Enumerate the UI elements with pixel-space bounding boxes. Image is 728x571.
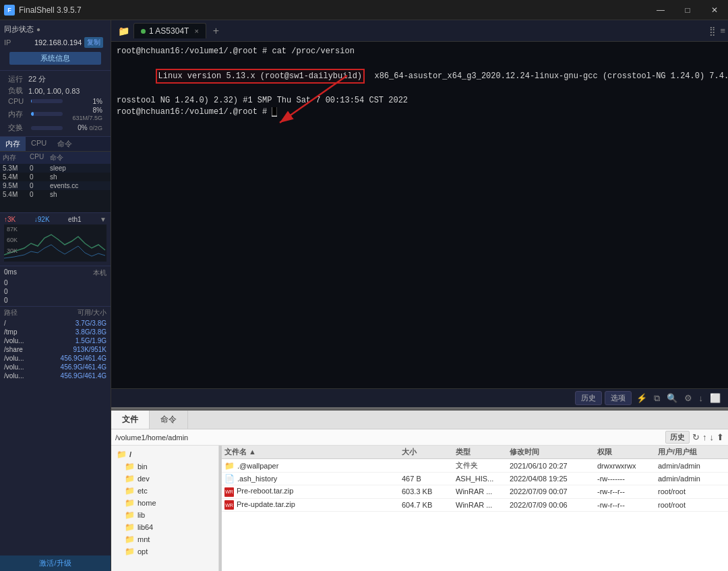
- path-history-button[interactable]: 历史: [665, 431, 690, 444]
- net-dropdown-icon[interactable]: ▼: [100, 216, 107, 223]
- metrics-section: 运行 22 分 负载 1.00, 1.00, 0.83 CPU 1% 内存: [0, 71, 111, 137]
- folder-icon: 📁: [125, 486, 135, 495]
- main-layout: 同步状态 ● IP 192.168.0.194 复制 系统信息 运行 22 分 …: [0, 20, 728, 571]
- grid-view-icon[interactable]: ⣿: [709, 26, 716, 36]
- folder-icon: 📁: [117, 450, 127, 459]
- sys-info-button[interactable]: 系统信息: [9, 52, 102, 65]
- folder-icon: 📁: [125, 547, 135, 556]
- bottom-tabs: 文件 命令: [111, 411, 728, 429]
- ip-row: IP 192.168.0.194 复制: [4, 36, 107, 49]
- tab-command[interactable]: 命令: [52, 137, 78, 151]
- file-name: WRPre-update.tar.zip: [224, 500, 402, 510]
- file-list: 📁.@wallpaper 文件夹 2021/06/10 20:27 drwxrw…: [222, 459, 728, 571]
- tab-session[interactable]: 1 AS5304T ×: [133, 23, 206, 38]
- file-row[interactable]: WRPre-update.tar.zip 604.7 KB WinRAR ...…: [222, 499, 728, 512]
- copy-icon[interactable]: ⧉: [652, 393, 662, 404]
- terminal-toolbar: 历史 选项 ⚡ ⧉ 🔍 ⚙ ↓ ⬜: [111, 388, 728, 407]
- file-owner: admin/admin: [658, 475, 725, 483]
- nav-up-icon[interactable]: ↑: [702, 432, 707, 442]
- run-row: 运行 22 分: [4, 73, 107, 85]
- file-type: ASH_HIS...: [456, 475, 510, 483]
- path-bar: /volume1/home/admin 历史 ↻ ↑ ↓ ⬆: [111, 429, 728, 446]
- mem-bar: [31, 112, 34, 116]
- process-row: 5.3M 0 sleep: [0, 164, 111, 173]
- file-type: 文件夹: [456, 460, 510, 471]
- refresh-icon[interactable]: ↻: [692, 432, 700, 442]
- tab-files[interactable]: 文件: [111, 411, 150, 429]
- disk-row: /volu...456.9G/461.4G: [4, 371, 107, 380]
- col-header-size[interactable]: 大小: [402, 447, 456, 457]
- tab-add-button[interactable]: +: [208, 25, 224, 37]
- file-row[interactable]: 📁.@wallpaper 文件夹 2021/06/10 20:27 drwxrw…: [222, 459, 728, 473]
- disk-row: /volu...456.9G/461.4G: [4, 354, 107, 363]
- close-button[interactable]: ✕: [701, 0, 728, 20]
- file-row[interactable]: 📄.ash_history 467 B ASH_HIS... 2022/04/0…: [222, 473, 728, 485]
- file-list-header: 文件名 ▲ 大小 类型 修改时间 权限 用户/用户组: [222, 446, 728, 459]
- sync-section: 同步状态 ● IP 192.168.0.194 复制 系统信息: [0, 20, 111, 71]
- content-area: 📁 1 AS5304T × + ⣿ ≡ root@hchuan16:/volum…: [111, 20, 728, 571]
- tab-status-dot: [141, 29, 146, 34]
- latency-val-row3: 0: [4, 296, 107, 305]
- maximize-button[interactable]: □: [674, 0, 701, 20]
- mem-value: 8% 631M/7.5G: [65, 107, 102, 121]
- tree-item-root[interactable]: 📁 /: [111, 448, 218, 460]
- tree-item-home[interactable]: 📁 home: [111, 497, 218, 509]
- col-header-owner[interactable]: 用户/用户组: [658, 447, 725, 457]
- file-browser: 📁 / 📁 bin 📁 dev 📁 etc: [111, 446, 728, 571]
- disk-row: /volu...456.9G/461.4G: [4, 363, 107, 371]
- folder-icon: 📁: [224, 461, 235, 471]
- tree-item-lib[interactable]: 📁 lib: [111, 509, 218, 521]
- copy-ip-button[interactable]: 复制: [84, 37, 103, 48]
- upgrade-button[interactable]: 激活/升级: [0, 555, 111, 571]
- fullscreen-icon[interactable]: ⬜: [708, 393, 723, 403]
- download-file-icon[interactable]: ↓: [710, 432, 715, 442]
- bottom-panel: 文件 命令 /volume1/home/admin 历史 ↻ ↑ ↓ ⬆: [111, 409, 728, 571]
- folder-icon-button[interactable]: 📁: [114, 26, 133, 36]
- terminal[interactable]: root@hchuan16:/volume1/.@root # cat /pro…: [111, 42, 728, 388]
- lightning-icon[interactable]: ⚡: [634, 393, 649, 403]
- file-row[interactable]: WRPre-reboot.tar.zip 603.3 KB WinRAR ...…: [222, 485, 728, 499]
- file-size: 603.3 KB: [402, 487, 456, 495]
- net-down: ↓92K: [34, 216, 50, 223]
- terminal-line-2: Linux version 5.13.x (root@sw1-dailybuil…: [117, 57, 723, 95]
- list-view-icon[interactable]: ≡: [720, 26, 725, 36]
- file-perm: -rw-------: [597, 475, 658, 483]
- tree-item-lib64[interactable]: 📁 lib64: [111, 521, 218, 533]
- minimize-button[interactable]: —: [647, 0, 674, 20]
- run-label: 运行: [8, 74, 28, 84]
- disk-section: 路径 可用/大小 /3.7G/3.8G /tmp3.8G/3.8G /volu.…: [0, 307, 111, 555]
- col-header-type[interactable]: 类型: [456, 447, 510, 457]
- history-button[interactable]: 历史: [575, 391, 602, 405]
- tree-item-bin[interactable]: 📁 bin: [111, 460, 218, 473]
- file-owner: root/root: [658, 487, 725, 495]
- tree-item-etc[interactable]: 📁 etc: [111, 485, 218, 497]
- terminal-line-4: root@hchuan16:/volume1/.@root # █: [117, 107, 723, 118]
- upload-file-icon[interactable]: ⬆: [717, 432, 724, 442]
- tab-memory[interactable]: 内存: [0, 137, 26, 151]
- process-header: 内存 CPU 命令: [0, 152, 111, 164]
- options-button[interactable]: 选项: [605, 391, 632, 405]
- tree-item-mnt[interactable]: 📁 mnt: [111, 533, 218, 545]
- app-icon: F: [4, 5, 15, 16]
- download-icon[interactable]: ↓: [697, 393, 706, 403]
- col-header-perm[interactable]: 权限: [597, 447, 658, 457]
- window-controls: — □ ✕: [647, 0, 728, 20]
- tree-item-opt[interactable]: 📁 opt: [111, 545, 218, 558]
- file-icon: 📄: [224, 474, 235, 483]
- tab-cpu[interactable]: CPU: [26, 137, 52, 151]
- col-header-name[interactable]: 文件名 ▲: [224, 447, 402, 457]
- tab-close-button[interactable]: ×: [194, 27, 198, 35]
- network-section: ↑3K ↓92K eth1 ▼ 87K 60K 30K: [0, 212, 111, 266]
- settings-icon[interactable]: ⚙: [682, 393, 694, 403]
- sidebar: 同步状态 ● IP 192.168.0.194 复制 系统信息 运行 22 分 …: [0, 20, 111, 571]
- tab-commands[interactable]: 命令: [150, 411, 188, 429]
- net-interface: eth1: [68, 216, 81, 223]
- tree-item-dev[interactable]: 📁 dev: [111, 473, 218, 485]
- swap-label: 交换: [8, 123, 28, 133]
- process-list: 内存 CPU 命令 5.3M 0 sleep 5.4M 0 sh 9.5M 0 …: [0, 152, 111, 212]
- ip-label: IP: [4, 38, 34, 47]
- tree-label: /: [129, 450, 131, 458]
- search-icon[interactable]: 🔍: [665, 393, 679, 403]
- tab-bar: 📁 1 AS5304T × + ⣿ ≡: [111, 20, 728, 42]
- col-header-date[interactable]: 修改时间: [510, 447, 597, 457]
